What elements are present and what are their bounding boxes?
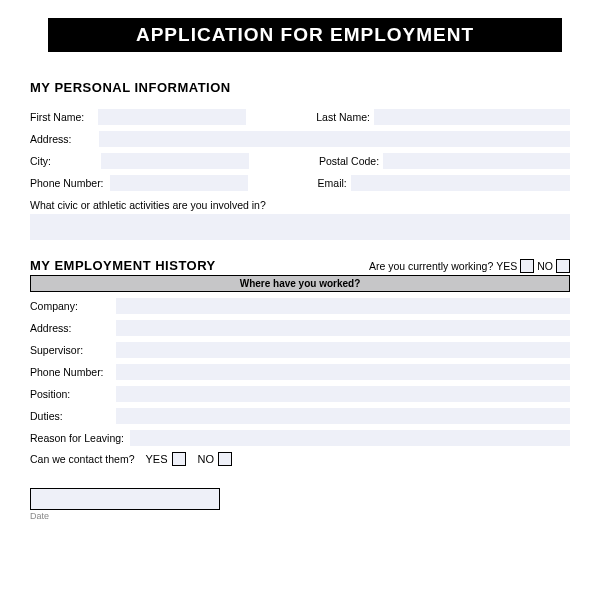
- name-row: First Name: Last Name:: [30, 109, 570, 125]
- email-label: Email:: [318, 177, 347, 189]
- address-row: Address:: [30, 131, 570, 147]
- company-input[interactable]: [116, 298, 570, 314]
- date-input[interactable]: [30, 488, 220, 510]
- city-label: City:: [30, 155, 51, 167]
- company-row: Company:: [30, 298, 570, 314]
- history-header-row: MY EMPLOYMENT HISTORY Are you currently …: [30, 258, 570, 273]
- no-label: NO: [537, 260, 553, 272]
- last-name-label: Last Name:: [316, 111, 370, 123]
- duties-label: Duties:: [30, 410, 112, 422]
- contact-no-checkbox[interactable]: [218, 452, 232, 466]
- first-name-label: First Name:: [30, 111, 84, 123]
- contact-no-label: NO: [198, 453, 215, 465]
- date-caption: Date: [30, 511, 570, 521]
- reason-input[interactable]: [130, 430, 570, 446]
- activities-label: What civic or athletic activities are yo…: [30, 199, 266, 211]
- duties-input[interactable]: [116, 408, 570, 424]
- phone-row: Phone Number: Email:: [30, 175, 570, 191]
- h-phone-label: Phone Number:: [30, 366, 112, 378]
- h-address-input[interactable]: [116, 320, 570, 336]
- working-q-text: Are you currently working?: [369, 260, 493, 272]
- address-label: Address:: [30, 133, 71, 145]
- address-input[interactable]: [99, 131, 570, 147]
- h-phone-input[interactable]: [116, 364, 570, 380]
- contact-row: Can we contact them? YES NO: [30, 452, 570, 466]
- activities-block: What civic or athletic activities are yo…: [30, 199, 570, 242]
- where-worked-banner: Where have you worked?: [30, 275, 570, 292]
- duties-row: Duties:: [30, 408, 570, 424]
- supervisor-row: Supervisor:: [30, 342, 570, 358]
- contact-yes-label: YES: [145, 453, 167, 465]
- contact-yes-checkbox[interactable]: [172, 452, 186, 466]
- position-input[interactable]: [116, 386, 570, 402]
- h-address-row: Address:: [30, 320, 570, 336]
- postal-label: Postal Code:: [319, 155, 379, 167]
- reason-label: Reason for Leaving:: [30, 432, 124, 444]
- phone-input[interactable]: [110, 175, 248, 191]
- first-name-input[interactable]: [98, 109, 246, 125]
- email-input[interactable]: [351, 175, 570, 191]
- contact-q-label: Can we contact them?: [30, 453, 134, 465]
- phone-label: Phone Number:: [30, 177, 104, 189]
- reason-row: Reason for Leaving:: [30, 430, 570, 446]
- city-input[interactable]: [101, 153, 249, 169]
- form-title: APPLICATION FOR EMPLOYMENT: [48, 18, 562, 52]
- position-row: Position:: [30, 386, 570, 402]
- supervisor-label: Supervisor:: [30, 344, 112, 356]
- supervisor-input[interactable]: [116, 342, 570, 358]
- history-heading: MY EMPLOYMENT HISTORY: [30, 258, 216, 273]
- last-name-input[interactable]: [374, 109, 570, 125]
- personal-info-heading: MY PERSONAL INFORMATION: [30, 80, 570, 95]
- yes-label: YES: [496, 260, 517, 272]
- working-yes-checkbox[interactable]: [520, 259, 534, 273]
- date-block: Date: [30, 488, 570, 521]
- working-no-checkbox[interactable]: [556, 259, 570, 273]
- h-address-label: Address:: [30, 322, 112, 334]
- company-label: Company:: [30, 300, 112, 312]
- city-row: City: Postal Code:: [30, 153, 570, 169]
- activities-input[interactable]: [30, 214, 570, 240]
- h-phone-row: Phone Number:: [30, 364, 570, 380]
- postal-input[interactable]: [383, 153, 570, 169]
- currently-working-question: Are you currently working? YES NO: [369, 259, 570, 273]
- position-label: Position:: [30, 388, 112, 400]
